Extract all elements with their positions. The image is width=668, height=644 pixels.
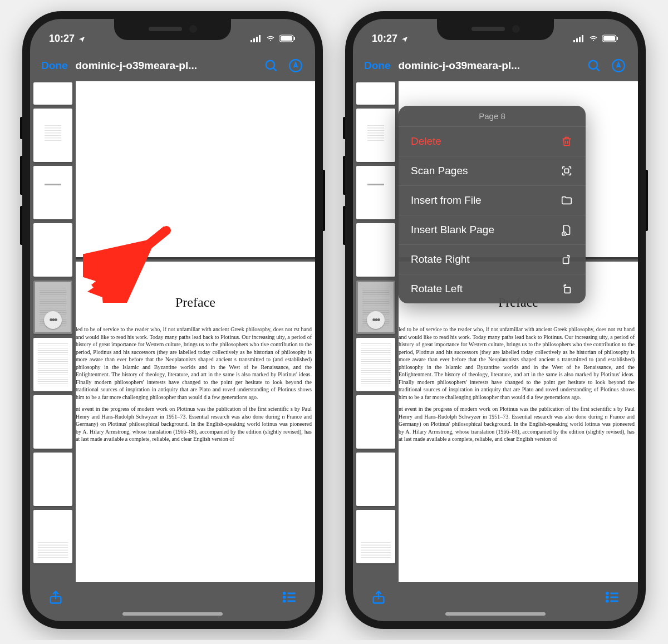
page-thumbnail[interactable] [356, 82, 395, 105]
page-thumbnail[interactable] [33, 223, 72, 277]
menu-header: Page 8 [399, 106, 586, 127]
battery-icon [279, 35, 296, 42]
phone-right: 10:27 Done dominic-j-o39meara-pl... [345, 11, 646, 629]
wifi-icon [588, 35, 599, 42]
nav-bar: Done dominic-j-o39meara-pl... [353, 50, 638, 81]
status-time: 10:27 [372, 33, 397, 45]
list-icon[interactable] [602, 587, 622, 607]
page-thumbnail[interactable] [33, 338, 72, 391]
page-thumbnail[interactable] [356, 453, 395, 506]
menu-insert-file[interactable]: Insert from File [399, 186, 586, 215]
rotate-right-icon [560, 253, 573, 266]
menu-delete-label: Delete [411, 135, 441, 148]
search-icon[interactable] [263, 57, 279, 74]
share-icon[interactable] [46, 587, 66, 607]
cellular-icon [250, 35, 262, 42]
page-actions-button[interactable]: ••• [367, 311, 385, 329]
menu-insert-file-label: Insert from File [411, 194, 482, 207]
svg-point-37 [606, 601, 608, 602]
page-previous [76, 81, 315, 259]
page-heading: Preface [76, 295, 315, 310]
thumbnail-sidebar[interactable]: ••• [353, 81, 399, 582]
page-thumbnail[interactable] [33, 510, 72, 563]
menu-scan-pages[interactable]: Scan Pages [399, 156, 586, 186]
svg-rect-30 [563, 258, 569, 263]
nav-bar: Done dominic-j-o39meara-pl... [30, 50, 315, 81]
page-thumbnail-selected[interactable]: ••• [33, 281, 72, 334]
scan-icon [560, 164, 573, 178]
page-thumbnail[interactable] [356, 166, 395, 219]
page-thumbnail[interactable] [33, 109, 72, 162]
page-thumbnail[interactable] [33, 166, 72, 219]
svg-rect-3 [259, 35, 261, 42]
document-title: dominic-j-o39meara-pl... [399, 60, 578, 72]
svg-rect-24 [617, 37, 618, 40]
thumbnail-sidebar[interactable]: ••• [30, 81, 76, 582]
svg-point-33 [606, 593, 608, 594]
page-thumbnail[interactable] [356, 395, 395, 449]
page-thumbnail[interactable] [33, 82, 72, 105]
svg-rect-20 [579, 37, 581, 42]
cellular-icon [573, 35, 584, 42]
page-context-menu: Page 8 Delete Scan Pages Insert from Fil… [399, 106, 586, 303]
list-icon[interactable] [279, 587, 299, 607]
svg-rect-18 [573, 40, 575, 42]
svg-point-7 [266, 61, 274, 69]
menu-rotate-right-label: Rotate Right [411, 253, 470, 266]
page-actions-button[interactable]: ••• [44, 311, 62, 329]
done-button[interactable]: Done [41, 60, 68, 72]
search-icon[interactable] [586, 57, 602, 74]
menu-delete[interactable]: Delete [399, 127, 586, 156]
menu-insert-blank[interactable]: Insert Blank Page [399, 215, 586, 245]
phone-left: 10:27 Done dominic-j-o39meara-pl... [22, 11, 323, 629]
battery-icon [602, 35, 619, 42]
svg-rect-5 [281, 36, 292, 41]
menu-rotate-left-label: Rotate Left [411, 283, 463, 295]
svg-rect-2 [256, 37, 258, 42]
svg-rect-31 [564, 287, 570, 293]
location-icon [78, 35, 86, 42]
menu-rotate-left[interactable]: Rotate Left [399, 274, 586, 303]
document-title: dominic-j-o39meara-pl... [76, 60, 256, 72]
menu-rotate-right[interactable]: Rotate Right [399, 245, 586, 274]
page-thumbnail-selected[interactable]: ••• [356, 281, 395, 334]
page-thumbnail[interactable] [356, 223, 395, 277]
svg-point-35 [606, 597, 608, 598]
svg-line-8 [273, 68, 277, 71]
done-button[interactable]: Done [364, 60, 391, 72]
svg-rect-28 [564, 169, 568, 173]
svg-rect-21 [582, 35, 583, 42]
status-time: 10:27 [49, 33, 75, 45]
menu-insert-blank-label: Insert Blank Page [411, 224, 494, 236]
rotate-left-icon [560, 282, 573, 296]
blank-page-icon [560, 223, 573, 237]
page-thumbnail[interactable] [356, 510, 395, 563]
markup-icon[interactable] [610, 57, 627, 74]
location-icon [401, 35, 409, 42]
svg-rect-23 [603, 36, 615, 41]
svg-rect-1 [253, 38, 255, 42]
svg-line-26 [596, 68, 600, 71]
wifi-icon [265, 35, 276, 42]
notch [114, 19, 231, 40]
page-body: led to be of service to the reader who, … [399, 326, 638, 443]
svg-rect-6 [294, 37, 295, 40]
svg-point-16 [283, 601, 285, 602]
page-current: Preface led to be of service to the read… [399, 262, 638, 582]
markup-icon[interactable] [287, 57, 304, 74]
page-thumbnail[interactable] [356, 109, 395, 162]
svg-point-25 [589, 61, 597, 69]
page-thumbnail[interactable] [33, 453, 72, 506]
home-indicator[interactable] [445, 612, 546, 616]
share-icon[interactable] [369, 587, 389, 607]
svg-rect-0 [250, 40, 252, 42]
home-indicator[interactable] [122, 612, 223, 616]
page-viewer[interactable]: Preface led to be of service to the read… [76, 81, 315, 582]
content-area: ••• Preface led to be of service to the … [30, 81, 315, 582]
page-thumbnail[interactable] [33, 395, 72, 449]
menu-scan-label: Scan Pages [411, 165, 468, 177]
svg-rect-19 [576, 38, 578, 42]
trash-icon [560, 135, 573, 148]
svg-point-14 [283, 597, 285, 598]
page-thumbnail[interactable] [356, 338, 395, 391]
